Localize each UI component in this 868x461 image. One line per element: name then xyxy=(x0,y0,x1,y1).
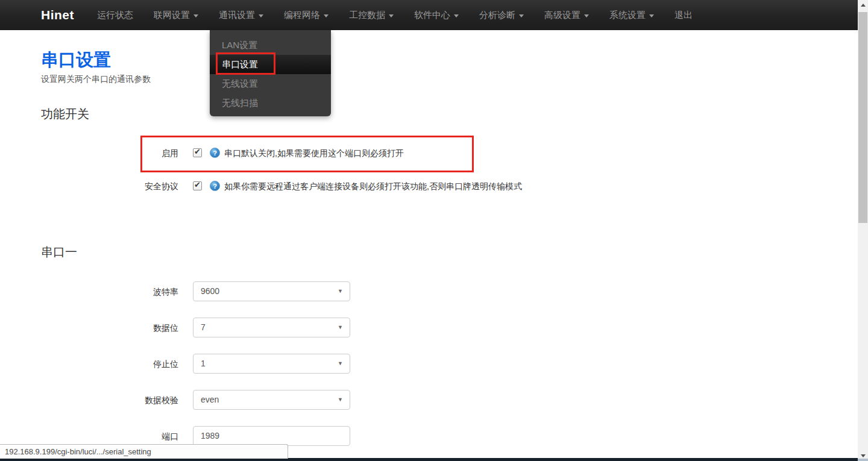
nav-item-comm-settings[interactable]: 通讯设置 xyxy=(219,10,263,21)
chevron-down-icon xyxy=(454,14,459,17)
vertical-scrollbar[interactable] xyxy=(858,0,868,461)
enable-label: 启用 xyxy=(41,148,178,159)
parity-select[interactable]: even ▼ xyxy=(193,390,350,410)
chevron-down-icon xyxy=(259,14,263,17)
chevron-down-icon xyxy=(649,14,654,17)
chevron-down-icon xyxy=(193,14,198,17)
nav-item-system-settings[interactable]: 系统设置 xyxy=(609,10,654,21)
section-heading-function-switch: 功能开关 xyxy=(41,106,89,122)
comm-settings-dropdown: LAN设置 串口设置 无线设置 无线扫描 xyxy=(210,30,331,116)
data-bits-select[interactable]: 7 ▼ xyxy=(193,318,350,337)
help-icon[interactable] xyxy=(210,181,220,191)
nav-item-software-center[interactable]: 软件中心 xyxy=(414,10,459,21)
enable-help-text: 串口默认关闭,如果需要使用这个端口则必须打开 xyxy=(224,148,404,159)
nav-menu: 运行状态 联网设置 通讯设置 编程网络 工控数据 软件中心 分析诊断 高级设置 … xyxy=(97,10,713,21)
scroll-up-button[interactable] xyxy=(858,0,868,10)
page-subtitle: 设置网关两个串口的通讯参数 xyxy=(41,74,151,85)
port-label: 端口 xyxy=(41,431,178,442)
port-input[interactable]: 1989 xyxy=(193,426,350,446)
stop-bits-label: 停止位 xyxy=(41,359,178,370)
scrollbar-thumb[interactable] xyxy=(858,12,867,223)
select-caret-icon: ▼ xyxy=(338,318,343,337)
enable-checkbox[interactable] xyxy=(193,148,202,157)
baud-rate-select[interactable]: 9600 ▼ xyxy=(193,281,350,301)
data-bits-label: 数据位 xyxy=(41,323,178,334)
security-protocol-label: 安全协议 xyxy=(41,181,178,192)
dropdown-item-wireless-scan[interactable]: 无线扫描 xyxy=(210,93,331,113)
page-title: 串口设置 xyxy=(41,48,111,72)
section-heading-serial-port-one: 串口一 xyxy=(41,244,77,260)
help-icon[interactable] xyxy=(210,148,220,158)
nav-item-industrial-data[interactable]: 工控数据 xyxy=(349,10,394,21)
arrow-down-icon xyxy=(861,454,866,457)
chevron-down-icon xyxy=(519,14,524,17)
nav-item-programming-network[interactable]: 编程网络 xyxy=(284,10,329,21)
browser-viewport: Hinet 运行状态 联网设置 通讯设置 编程网络 工控数据 软件中心 分析诊断… xyxy=(0,0,868,461)
baud-rate-label: 波特率 xyxy=(41,287,178,298)
select-caret-icon: ▼ xyxy=(338,390,343,409)
brand-logo[interactable]: Hinet xyxy=(41,8,74,22)
status-url-tooltip: 192.168.9.199/cgi-bin/luci/.../serial_se… xyxy=(0,444,288,459)
dropdown-item-lan-settings[interactable]: LAN设置 xyxy=(210,36,331,55)
chevron-down-icon xyxy=(389,14,394,17)
stop-bits-select[interactable]: 1 ▼ xyxy=(193,354,350,374)
bottom-edge-corner xyxy=(858,459,868,461)
dropdown-item-wireless-settings[interactable]: 无线设置 xyxy=(210,74,331,93)
parity-label: 数据校验 xyxy=(41,395,178,406)
arrow-up-icon xyxy=(861,4,866,7)
select-caret-icon: ▼ xyxy=(338,354,343,373)
chevron-down-icon xyxy=(584,14,589,17)
top-navbar: Hinet 运行状态 联网设置 通讯设置 编程网络 工控数据 软件中心 分析诊断… xyxy=(0,0,868,30)
nav-item-logout[interactable]: 退出 xyxy=(675,10,693,21)
dropdown-item-serial-settings[interactable]: 串口设置 xyxy=(210,55,331,74)
select-caret-icon: ▼ xyxy=(338,282,343,301)
nav-item-analysis-diagnosis[interactable]: 分析诊断 xyxy=(479,10,524,21)
nav-item-network-settings[interactable]: 联网设置 xyxy=(154,10,198,21)
nav-item-advanced-settings[interactable]: 高级设置 xyxy=(544,10,589,21)
nav-item-running-status[interactable]: 运行状态 xyxy=(97,10,133,21)
security-protocol-checkbox[interactable] xyxy=(193,181,202,190)
chevron-down-icon xyxy=(324,14,329,17)
security-protocol-help-text: 如果你需要远程通过客户端连接设备则必须打开该功能,否则串口牌透明传输模式 xyxy=(224,181,522,192)
